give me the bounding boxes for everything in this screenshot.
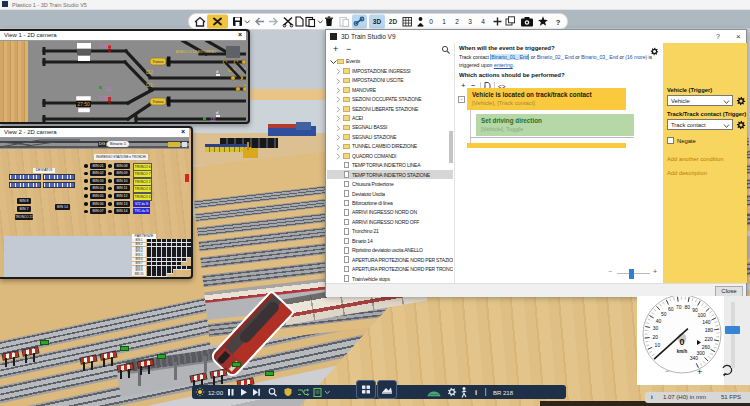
svg-text:−: − [665,367,670,376]
svg-text:16: 16 [210,116,216,122]
svg-text:3: 3 [468,18,472,25]
svg-text:3D: 3D [373,18,382,25]
svg-text:0: 0 [429,18,433,25]
svg-text:D2: D2 [146,69,153,75]
svg-text:+: + [697,367,702,377]
svg-text:80: 80 [684,304,690,310]
svg-text:12:00: 12:00 [208,390,224,396]
svg-text:260: 260 [702,344,711,350]
svg-text:340: 340 [690,355,699,361]
svg-text:i: i [475,388,477,397]
svg-text:10: 10 [655,342,661,348]
svg-text:1: 1 [442,18,446,25]
svg-text:60: 60 [668,306,674,312]
svg-text:Tronco: Tronco [153,100,164,104]
svg-text:140: 140 [702,319,711,325]
svg-text:7-03: 7-03 [99,43,109,49]
svg-text:ANELLO DI RITORNO: ANELLO DI RITORNO [176,49,216,54]
svg-text:D1: D1 [146,82,153,88]
svg-text:d: d [216,110,218,115]
svg-text:220: 220 [704,336,713,342]
svg-text:4: 4 [481,18,485,25]
svg-text:km/h: km/h [677,349,688,354]
svg-text:27:50: 27:50 [77,101,90,107]
svg-text:40: 40 [656,318,662,324]
svg-text:2D: 2D [389,18,398,25]
svg-text:?: ? [556,18,561,27]
svg-text:7-03: 7-03 [99,95,109,101]
svg-text:d: d [216,69,218,74]
svg-text:Tronco: Tronco [153,60,164,64]
svg-text:70: 70 [676,304,682,310]
svg-text:180: 180 [705,327,714,333]
svg-text:30: 30 [653,325,659,331]
svg-text:20: 20 [652,334,658,340]
svg-text:16: 16 [106,86,112,92]
svg-text:BR 218: BR 218 [493,390,514,396]
svg-text:0: 0 [679,337,684,347]
svg-text:2: 2 [455,18,459,25]
svg-text:50: 50 [661,311,667,317]
svg-text:100: 100 [698,312,707,318]
